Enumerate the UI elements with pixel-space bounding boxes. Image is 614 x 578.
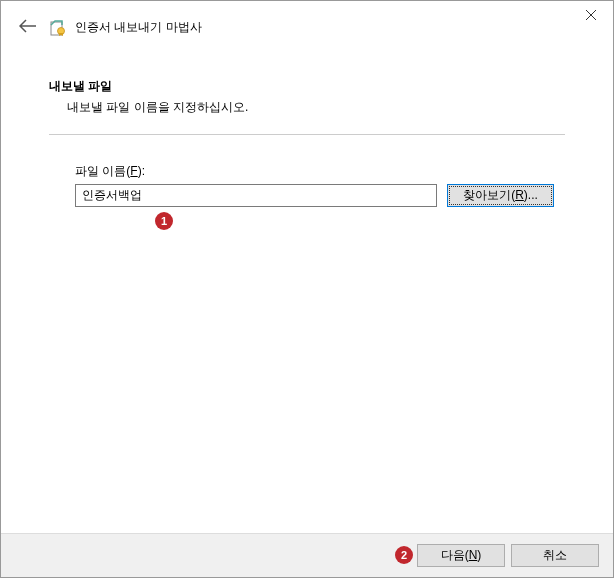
back-arrow-icon bbox=[19, 19, 37, 33]
wizard-footer: 다음(N) 취소 bbox=[1, 533, 613, 577]
filename-input[interactable] bbox=[75, 184, 437, 207]
back-button[interactable] bbox=[15, 15, 41, 40]
annotation-marker-1: 1 bbox=[155, 212, 173, 230]
input-row: 찾아보기(R)... bbox=[75, 184, 565, 207]
annotation-marker-2: 2 bbox=[395, 546, 413, 564]
wizard-content: 내보낼 파일 내보낼 파일 이름을 지정하십시오. 파일 이름(F): 찾아보기… bbox=[1, 48, 613, 227]
close-icon bbox=[586, 10, 596, 20]
filename-label: 파일 이름(F): bbox=[75, 163, 565, 180]
certificate-icon bbox=[49, 19, 67, 37]
section-description: 내보낼 파일 이름을 지정하십시오. bbox=[49, 99, 565, 116]
browse-button[interactable]: 찾아보기(R)... bbox=[447, 184, 554, 207]
close-button[interactable] bbox=[568, 1, 613, 29]
file-section: 파일 이름(F): 찾아보기(R)... bbox=[49, 163, 565, 207]
wizard-header: 인증서 내보내기 마법사 bbox=[1, 1, 613, 48]
next-button[interactable]: 다음(N) bbox=[417, 544, 505, 567]
cancel-button[interactable]: 취소 bbox=[511, 544, 599, 567]
section-heading: 내보낼 파일 bbox=[49, 78, 565, 95]
divider bbox=[49, 134, 565, 135]
wizard-title: 인증서 내보내기 마법사 bbox=[75, 19, 202, 36]
